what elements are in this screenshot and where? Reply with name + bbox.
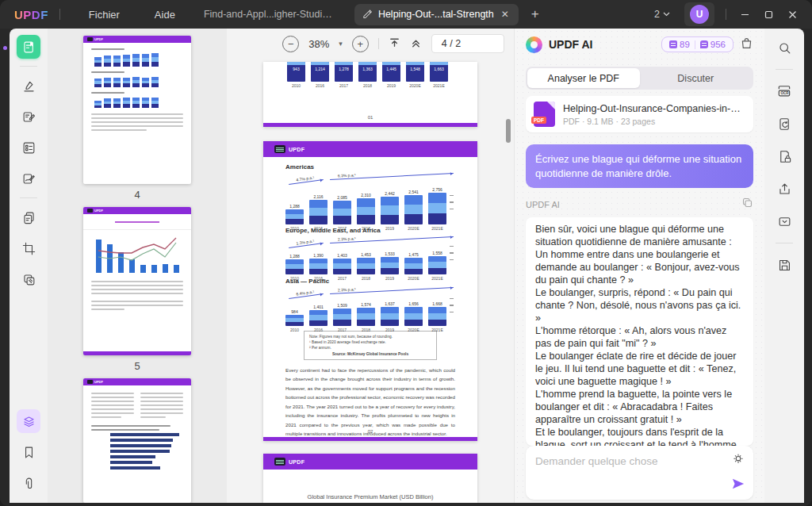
pdf-page-4: UPDF Americas 4.7% p.a.¹6.3% p.a.¹1,2882… (263, 141, 477, 441)
send-icon[interactable] (731, 477, 745, 493)
chart-americas: 4.7% p.a.¹6.3% p.a.¹1,28820102,11620162,… (285, 173, 455, 220)
ai-tab-bar: Analyser le PDF Discuter (526, 67, 753, 90)
body-paragraph: Every continent had to face the repercus… (285, 366, 455, 439)
page-footer-number: 01 (263, 115, 477, 120)
menu-help[interactable]: Aide (137, 9, 193, 21)
left-toolbar (10, 29, 48, 503)
annotate-button[interactable] (17, 74, 40, 98)
assistant-response: Bien sûr, voici une blague qui déforme u… (526, 217, 753, 446)
pdf-file-icon: PDF (534, 102, 555, 127)
forms-button[interactable] (17, 136, 40, 159)
pdf-page-3: 94320101,21420161,27820171,36320181,4452… (263, 62, 477, 127)
bookmark-button[interactable] (17, 440, 40, 464)
viewer-scrollbar[interactable] (506, 119, 511, 143)
tab-count-dropdown[interactable]: 2 (654, 9, 670, 20)
ocr-icon[interactable]: OCR (773, 80, 795, 102)
divider (20, 197, 37, 198)
ask-anything-input[interactable] (535, 455, 718, 467)
divider (20, 66, 37, 67)
tab-document-1[interactable]: Find-and-Appl...igher-Studies (193, 9, 343, 20)
updf-logo: UPDF (14, 8, 48, 21)
ai-panel: UPDF AI 89 956 Analyser le PDF Discuter … (514, 29, 764, 503)
ai-credits-badge[interactable]: 89 956 (661, 36, 733, 52)
zoom-level[interactable]: 38% (308, 38, 329, 50)
save-icon[interactable] (773, 254, 795, 276)
menu-file[interactable]: Fichier (71, 9, 137, 21)
titlebar: UPDF Fichier Aide Find-and-Appl...igher-… (0, 0, 812, 29)
updf-doc-logo (274, 458, 285, 466)
convert-icon[interactable] (773, 113, 795, 135)
attachment-button[interactable] (17, 471, 40, 495)
avatar: U (690, 5, 709, 24)
window-frame (0, 503, 812, 506)
edit-text-button[interactable] (17, 105, 40, 128)
updf-doc-logo (274, 145, 285, 153)
file-name: Helping-Out-Insurance-Companies-in-Unloc… (563, 103, 745, 114)
previous-section-button[interactable] (410, 36, 422, 52)
organize-pages-button[interactable] (17, 205, 40, 229)
page-indicator-input[interactable]: 4 / 2 (431, 34, 504, 53)
tab-analyze-pdf[interactable]: Analyser le PDF (527, 68, 640, 88)
crop-button[interactable] (17, 236, 40, 260)
page-footer-bar (263, 123, 477, 127)
tab-label: Helping-Out-...tal-Strength (378, 9, 494, 20)
chat-credit-icon (700, 40, 708, 48)
sign-button[interactable] (17, 167, 40, 190)
upgrade-store-icon[interactable] (740, 36, 753, 53)
page-footer-bar (263, 437, 477, 441)
viewer-toolbar: − 38% ▾ + 4 / 2 (227, 29, 514, 59)
pdf-page-5: UPDF Global Insurance Premium Market (US… (263, 454, 477, 503)
tab-close-icon[interactable]: ✕ (500, 9, 511, 20)
close-button[interactable] (780, 4, 804, 25)
assistant-label: UPDF AI (526, 200, 560, 209)
thumbnail-page-4[interactable]: UPDF (83, 36, 191, 184)
file-card[interactable]: PDF Helping-Out-Insurance-Companies-in-U… (526, 96, 753, 132)
tab-document-2[interactable]: Helping-Out-...tal-Strength ✕ (354, 4, 519, 25)
copy-icon[interactable] (741, 197, 753, 212)
chart-note-box: Note: Figures may not sum, because of ro… (304, 331, 437, 360)
account-button[interactable]: U (684, 2, 714, 26)
thumbnail-page-6[interactable]: UPDF (83, 378, 191, 503)
page-header-bar: UPDF (263, 454, 477, 470)
thumbnail-page-number: 4 (134, 184, 140, 207)
tab-chat[interactable]: Discuter (640, 68, 753, 88)
zoom-dropdown-caret[interactable]: ▾ (339, 40, 343, 48)
prompt-ideas-icon[interactable] (732, 453, 745, 469)
divider (726, 9, 726, 20)
svg-text:OCR: OCR (780, 91, 789, 95)
thumbnail-page-5[interactable]: UPDF (83, 207, 191, 355)
file-credit-icon (669, 40, 677, 48)
ai-panel-title: UPDF AI (549, 38, 592, 51)
user-message-bubble: Écrivez une blague qui déforme une situa… (526, 144, 753, 188)
zoom-out-button[interactable]: − (282, 36, 299, 52)
minimize-button[interactable] (733, 4, 756, 25)
document-area[interactable]: 94320101,21420161,27820171,36320181,4452… (227, 59, 514, 503)
ai-input-box[interactable] (526, 446, 753, 500)
divider (59, 9, 60, 20)
protect-icon[interactable] (773, 145, 795, 167)
scroll-to-top-button[interactable] (389, 36, 400, 52)
batch-button[interactable] (17, 267, 40, 291)
section-title: Americas (285, 163, 455, 171)
search-icon[interactable] (773, 36, 795, 59)
window-frame (0, 29, 10, 503)
thumbnail-panel: UPDF 4 UPDF (48, 29, 227, 503)
updf-ai-logo (526, 36, 542, 53)
collapse-panel-icon[interactable] (773, 210, 795, 232)
thumbnail-page-number: 5 (134, 355, 140, 378)
share-icon[interactable] (773, 178, 795, 200)
new-tab-button[interactable]: + (531, 6, 539, 22)
notification-dot (3, 46, 7, 50)
app-window: UPDF Fichier Aide Find-and-Appl...igher-… (0, 0, 812, 506)
pdf-viewer: − 38% ▾ + 4 / 2 94320101,21420161,2782 (227, 29, 514, 503)
chart-asia-pacific: 6.4% p.a.¹2.3% p.a.¹98420101,40120161,50… (285, 287, 455, 324)
divider (378, 38, 379, 49)
divider (776, 243, 793, 243)
maximize-button[interactable] (756, 4, 780, 25)
chart-emea: 1.3% p.a.¹2.3% p.a.¹1,28820101,39020161,… (285, 236, 455, 271)
reader-mode-button[interactable] (17, 35, 40, 59)
zoom-in-button[interactable]: + (352, 36, 369, 52)
window-frame (804, 29, 812, 503)
layers-button[interactable] (17, 409, 40, 433)
chevron-down-icon (663, 12, 670, 17)
